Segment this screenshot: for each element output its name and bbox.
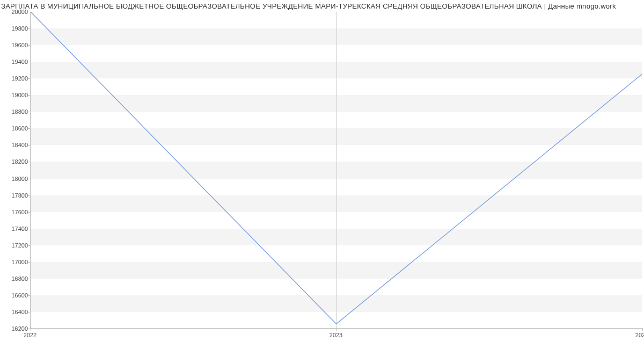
chart-title: ЗАРПЛАТА В МУНИЦИПАЛЬНОЕ БЮДЖЕТНОЕ ОБЩЕО… bbox=[0, 2, 644, 10]
chart-container: ЗАРПЛАТА В МУНИЦИПАЛЬНОЕ БЮДЖЕТНОЕ ОБЩЕО… bbox=[0, 0, 644, 349]
y-tick bbox=[28, 295, 31, 296]
y-tick-label: 18200 bbox=[4, 158, 28, 165]
y-tick bbox=[28, 95, 31, 96]
y-tick bbox=[28, 279, 31, 279]
y-tick-label: 17800 bbox=[4, 192, 28, 199]
y-tick-label: 17400 bbox=[4, 226, 28, 232]
y-tick-label: 16400 bbox=[4, 309, 28, 315]
y-tick-label: 16600 bbox=[4, 292, 28, 299]
x-tick-label: 2024 bbox=[635, 332, 644, 338]
y-tick-label: 17600 bbox=[4, 209, 28, 215]
y-tick-label: 18400 bbox=[4, 142, 28, 148]
y-tick bbox=[28, 62, 31, 62]
y-tick bbox=[28, 229, 31, 229]
y-tick bbox=[28, 112, 31, 112]
y-tick bbox=[28, 28, 31, 29]
line-series bbox=[31, 12, 642, 328]
y-tick-label: 18800 bbox=[4, 108, 28, 115]
y-tick-label: 19000 bbox=[4, 92, 28, 98]
x-tick bbox=[31, 328, 31, 331]
y-tick bbox=[28, 245, 31, 246]
y-tick-label: 19800 bbox=[4, 25, 28, 32]
y-tick bbox=[28, 162, 31, 162]
y-tick bbox=[28, 312, 31, 312]
y-tick bbox=[28, 45, 31, 46]
x-tick-label: 2022 bbox=[24, 332, 36, 338]
y-tick-label: 19400 bbox=[4, 59, 28, 65]
y-tick-label: 19200 bbox=[4, 75, 28, 82]
x-tick bbox=[336, 328, 337, 331]
plot-area bbox=[30, 12, 642, 329]
y-tick-label: 16800 bbox=[4, 275, 28, 282]
y-tick-label: 16200 bbox=[4, 325, 28, 332]
y-tick bbox=[28, 179, 31, 179]
y-tick bbox=[28, 128, 31, 129]
y-tick bbox=[28, 145, 31, 146]
y-tick-label: 18600 bbox=[4, 125, 28, 132]
y-tick bbox=[28, 262, 31, 263]
y-tick bbox=[28, 212, 31, 213]
y-tick bbox=[28, 78, 31, 79]
y-tick-label: 19600 bbox=[4, 42, 28, 48]
y-tick bbox=[28, 12, 31, 12]
x-tick-label: 2023 bbox=[330, 332, 342, 338]
y-tick bbox=[28, 195, 31, 196]
y-tick-label: 17000 bbox=[4, 259, 28, 265]
y-tick-label: 18000 bbox=[4, 176, 28, 182]
y-tick-label: 17200 bbox=[4, 242, 28, 249]
y-tick-label: 20000 bbox=[4, 9, 28, 15]
x-tick bbox=[642, 328, 643, 331]
